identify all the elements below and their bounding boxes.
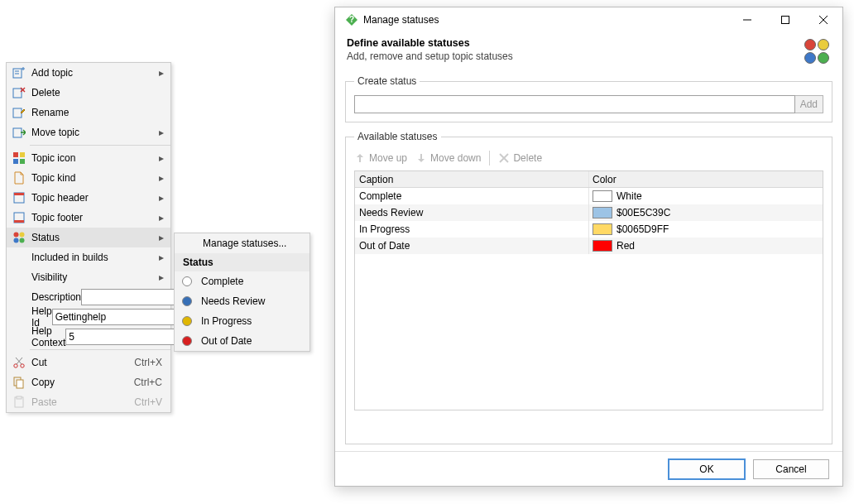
close-button[interactable]: [804, 7, 842, 32]
arrow-up-icon: [354, 152, 366, 164]
chevron-right-icon: ▸: [157, 252, 166, 263]
submenu-status-out-of-date[interactable]: Out of Date: [175, 331, 309, 351]
submenu-manage-statuses[interactable]: Manage statuses...: [175, 233, 309, 253]
app-icon: ?: [345, 13, 358, 26]
cell-color: Red: [589, 240, 823, 252]
move-down-button[interactable]: Move down: [415, 152, 481, 164]
cell-caption: In Progress: [355, 221, 589, 238]
menu-topic-kind[interactable]: Topic kind ▸: [7, 168, 170, 188]
submenu-status-in-progress[interactable]: In Progress: [175, 311, 309, 331]
add-status-button[interactable]: Add: [795, 95, 823, 113]
svg-point-19: [20, 233, 25, 238]
svg-rect-8: [13, 108, 22, 118]
cell-color: White: [589, 190, 823, 202]
cell-color-label: Red: [617, 240, 635, 252]
status-submenu: Manage statuses... Status Complete Needs…: [174, 233, 310, 352]
submenu-status-needs-review[interactable]: Needs Review: [175, 291, 309, 311]
minimize-button[interactable]: [728, 7, 766, 32]
svg-rect-5: [13, 89, 22, 98]
dialog-body: Create status Add Available statuses Mov…: [335, 74, 842, 451]
topic-context-menu: Add topic ▸ Delete Rename Move topic ▸ T…: [6, 62, 171, 413]
copy-icon: [10, 376, 28, 389]
separator: [30, 349, 170, 350]
close-icon: [819, 16, 828, 24]
menu-copy[interactable]: Copy Ctrl+C: [7, 372, 170, 392]
available-statuses-group: Available statuses Move up Move down Del…: [345, 131, 832, 444]
four-squares-icon: [10, 151, 28, 165]
menu-add-topic[interactable]: Add topic ▸: [7, 63, 170, 83]
maximize-button[interactable]: [766, 7, 804, 32]
menu-rename[interactable]: Rename: [7, 103, 170, 122]
cell-caption: Out of Date: [355, 238, 589, 254]
delete-status-label: Delete: [513, 152, 542, 164]
menu-paste: Paste Ctrl+V: [7, 392, 170, 412]
menu-topic-footer-label: Topic footer: [28, 212, 157, 223]
menu-topic-header-label: Topic header: [28, 192, 157, 204]
menu-rename-label: Rename: [28, 107, 166, 118]
field-help-context: Help Context ▴ ▾: [7, 327, 170, 347]
table-row[interactable]: Needs Review $00E5C39C: [355, 204, 823, 221]
submenu-status-header: Status: [175, 253, 309, 271]
chevron-right-icon: ▸: [157, 232, 166, 243]
menu-topic-icon-label: Topic icon: [28, 152, 157, 164]
svg-point-18: [14, 233, 19, 238]
maximize-icon: [781, 16, 789, 24]
cell-color: $00E5C39C: [589, 207, 823, 218]
chevron-right-icon: ▸: [157, 212, 166, 223]
svg-rect-27: [17, 380, 23, 388]
cell-color-label: $00E5C39C: [617, 207, 670, 218]
menu-status-label: Status: [28, 232, 157, 243]
delete-topic-icon: [10, 86, 28, 99]
toolbar-separator: [489, 151, 490, 166]
menu-cut[interactable]: Cut Ctrl+X: [7, 353, 170, 372]
move-up-button[interactable]: Move up: [354, 152, 407, 164]
menu-visibility[interactable]: Visibility ▸: [7, 267, 170, 287]
chevron-right-icon: ▸: [157, 172, 166, 184]
document-icon: [10, 171, 28, 185]
menu-topic-icon[interactable]: Topic icon ▸: [7, 148, 170, 168]
svg-text:?: ?: [349, 15, 354, 24]
dialog-subheading: Add, remove and setup topic statuses: [347, 50, 803, 62]
status-toolbar: Move up Move down Delete: [354, 151, 823, 170]
menu-topic-header[interactable]: Topic header ▸: [7, 188, 170, 208]
menu-included-in-builds-label: Included in builds: [28, 252, 157, 263]
table-header-row: Caption Color: [355, 171, 823, 188]
cell-color-label: $0065D9FF: [617, 223, 669, 235]
dialog-header: Define available statuses Add, remove an…: [335, 32, 842, 74]
cancel-button[interactable]: Cancel: [753, 459, 829, 479]
table-row[interactable]: Out of Date Red: [355, 238, 823, 254]
menu-delete[interactable]: Delete: [7, 83, 170, 103]
create-status-input[interactable]: [354, 95, 795, 113]
scissors-icon: [10, 356, 28, 369]
delete-icon: [498, 152, 510, 164]
svg-point-20: [14, 238, 19, 243]
svg-rect-12: [13, 159, 18, 164]
topic-footer-icon: [10, 211, 28, 224]
menu-topic-footer[interactable]: Topic footer ▸: [7, 208, 170, 228]
submenu-status-label: Out of Date: [196, 335, 303, 347]
menu-move-topic[interactable]: Move topic ▸: [7, 122, 170, 142]
table-row[interactable]: Complete White: [355, 188, 823, 204]
create-status-legend: Create status: [354, 75, 420, 87]
menu-add-topic-label: Add topic: [28, 67, 157, 79]
help-context-label: Help Context: [31, 325, 65, 348]
help-id-input[interactable]: [52, 309, 183, 325]
color-swatch: [593, 223, 612, 235]
ok-button[interactable]: OK: [669, 459, 745, 479]
submenu-status-complete[interactable]: Complete: [175, 271, 309, 291]
header-caption: Caption: [355, 171, 589, 187]
rename-icon: [10, 106, 28, 119]
field-help-id: Help Id: [7, 307, 170, 327]
delete-status-button[interactable]: Delete: [498, 152, 542, 164]
add-button-label: Add: [800, 98, 818, 110]
table-row[interactable]: In Progress $0065D9FF: [355, 221, 823, 238]
cell-caption: Complete: [355, 188, 589, 204]
svg-point-23: [21, 364, 24, 367]
svg-rect-33: [782, 17, 789, 24]
available-statuses-legend: Available statuses: [354, 131, 441, 142]
svg-line-24: [17, 358, 22, 364]
menu-included-in-builds[interactable]: Included in builds ▸: [7, 247, 170, 267]
svg-line-25: [16, 358, 22, 364]
menu-status[interactable]: Status ▸: [7, 228, 170, 247]
color-swatch: [593, 207, 612, 218]
